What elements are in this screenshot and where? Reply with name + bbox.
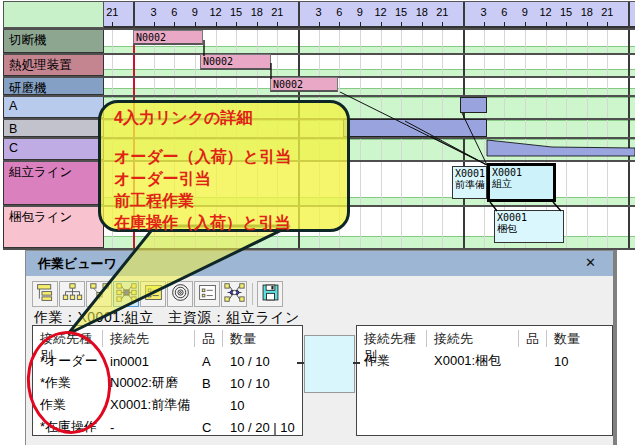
timeline-tick (319, 22, 320, 27)
timeline-label: 6 (336, 6, 342, 18)
input-links-table: 接続先種別接続先品数量*オーダーin0001A10 / 10*作業N0002:研… (32, 325, 303, 436)
timeline-label: 3 (481, 6, 487, 18)
column-header: 品 (519, 330, 547, 347)
dialog-toolbar (32, 280, 284, 308)
outline-list-icon (35, 282, 56, 307)
table-cell: 作業 (357, 352, 427, 370)
table-cell: X0001:前準備 (103, 396, 195, 414)
table-cell: 10 (223, 398, 302, 413)
resource-label-組立ライン[interactable]: 組立ライン (3, 160, 104, 205)
timeline-tick (360, 22, 361, 27)
toolbar-separator (252, 283, 253, 305)
timeline-label: 21 (271, 6, 283, 18)
table-row[interactable]: 作業X0001:梱包10 (357, 350, 612, 372)
timeline-tick (174, 22, 175, 27)
gantt-bar[interactable]: X0001 梱包 (494, 210, 564, 243)
link-map-icon (89, 282, 110, 307)
callout-item-list: オーダー（入荷）と引当オーダー引当前工程作業在庫操作（入荷）と引当 (114, 146, 291, 234)
work-properties-icon (143, 282, 164, 307)
timeline-tick (216, 22, 217, 27)
gantt-bar[interactable]: X0001 組立 (487, 163, 556, 202)
selected-work-node[interactable] (304, 335, 355, 393)
resource-label-B[interactable]: B (3, 118, 104, 137)
timeline-tick (401, 22, 402, 27)
timeline-label: 12 (539, 6, 551, 18)
timeline-label: 21 (106, 6, 118, 18)
callout-item: オーダー（入荷）と引当 (114, 146, 291, 168)
org-tree-button[interactable] (59, 281, 85, 307)
callout-bubble: 4入力リンクの詳細 オーダー（入荷）と引当オーダー引当前工程作業在庫操作（入荷）… (98, 100, 350, 232)
resource-label-切断機[interactable]: 切断機 (3, 28, 104, 53)
row-separator (3, 95, 635, 97)
resource-label-A[interactable]: A (3, 95, 104, 118)
dialog-title-bar[interactable]: 作業ビューワ ✕ (26, 251, 613, 276)
timeline-label: 9 (522, 6, 528, 18)
table-cell: *オーダー (33, 352, 103, 370)
org-tree-icon (62, 282, 83, 307)
resource-label-C[interactable]: C (3, 137, 104, 160)
link-map-button[interactable] (86, 281, 112, 307)
work-viewer-dialog: 作業ビューワ ✕ 作業：X0001:組立 主資源：組立ライン 接続先種別接続先品… (25, 250, 617, 445)
link-chain-button[interactable] (221, 281, 247, 307)
dialog-title: 作業ビューワ (38, 255, 117, 273)
timeline-label: 15 (395, 6, 407, 18)
gantt-bar[interactable] (460, 97, 487, 113)
timeline-label: 3 (151, 6, 157, 18)
timeline-tick (195, 22, 196, 27)
row-separator (3, 53, 635, 55)
gantt-bar[interactable]: N0002 (270, 77, 338, 92)
table-row[interactable]: *作業N0002:研磨B10 / 10 (33, 372, 302, 394)
resource-label-熱処理装置[interactable]: 熱処理装置 (3, 53, 104, 76)
work-properties-button[interactable] (140, 281, 166, 307)
timeline-label: 9 (192, 6, 198, 18)
table-cell: *在庫操作 (33, 418, 103, 436)
column-header: 数量 (223, 330, 302, 347)
timeline-tick (566, 22, 567, 27)
work-properties-2-button[interactable] (194, 281, 220, 307)
callout-title: 4入力リンクの詳細 (114, 108, 252, 129)
timeline-tick (546, 22, 547, 27)
table-header-row: 接続先種別接続先品数量 (357, 326, 612, 350)
scheduler-screen: 切断機熱処理装置研磨機ABC組立ライン梱包ライン2136912151821369… (0, 0, 635, 445)
timeline-label: 18 (251, 6, 263, 18)
callout-item: 前工程作業 (114, 190, 291, 212)
callout-item: 在庫操作（入荷）と引当 (114, 212, 291, 234)
table-cell: X0001:梱包 (427, 352, 519, 370)
table-row[interactable]: *在庫操作-C10 / 20 | 10 (33, 416, 302, 436)
timeline-label: 21 (436, 6, 448, 18)
outline-list-button[interactable] (32, 281, 58, 307)
gantt-bar[interactable]: N0002 (133, 30, 203, 45)
timeline-header (104, 1, 635, 28)
table-cell: N0002:研磨 (103, 374, 195, 392)
resource-label-梱包ライン[interactable]: 梱包ライン (3, 205, 104, 248)
gantt-bar[interactable]: X0001 前準備 (452, 166, 487, 199)
timeline-label: 3 (316, 6, 322, 18)
table-cell: B (195, 376, 223, 391)
timeline-tick (484, 22, 485, 27)
gantt-bar[interactable] (343, 119, 487, 137)
target-button[interactable] (167, 281, 193, 307)
target-icon (170, 282, 191, 307)
column-header: 接続先 (427, 330, 519, 347)
timeline-tick (277, 22, 278, 27)
table-row[interactable]: 作業X0001:前準備10 (33, 394, 302, 416)
resource-label-研磨機[interactable]: 研磨機 (3, 76, 104, 95)
timeline-label: 12 (209, 6, 221, 18)
input-output-links-button[interactable] (113, 281, 139, 307)
close-icon[interactable]: ✕ (585, 255, 596, 270)
output-links-table: 接続先種別接続先品数量作業X0001:梱包10 (356, 325, 613, 436)
work-properties-2-icon (197, 282, 218, 307)
table-row[interactable]: *オーダーin0001A10 / 10 (33, 350, 302, 372)
table-header-row: 接続先種別接続先品数量 (33, 326, 302, 350)
table-cell: A (195, 354, 223, 369)
timeline-tick (381, 22, 382, 27)
save-button[interactable] (257, 281, 283, 307)
timeline-tick (504, 22, 505, 27)
timeline-tick (422, 22, 423, 27)
timeline-tick (112, 22, 113, 27)
day-separator (628, 2, 630, 248)
callout-item: オーダー引当 (114, 168, 291, 190)
gantt-bar[interactable]: N0002 (200, 54, 271, 70)
column-header: 品 (195, 330, 223, 347)
table-cell: C (195, 420, 223, 435)
